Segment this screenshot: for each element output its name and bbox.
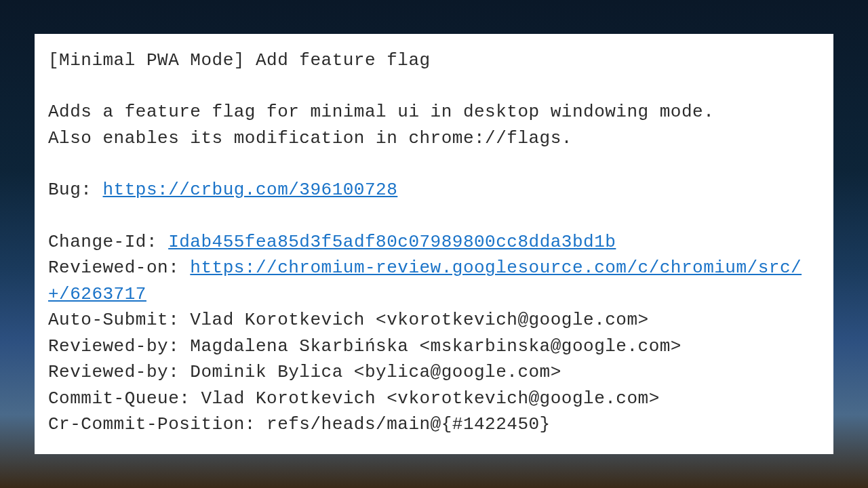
change-id-label: Change-Id: xyxy=(48,232,168,252)
change-id-line: Change-Id: Idab455fea85d3f5adf80c0798980… xyxy=(48,229,820,255)
change-id-link[interactable]: Idab455fea85d3f5adf80c07989800cc8dda3bd1… xyxy=(168,232,616,252)
bug-link[interactable]: https://crbug.com/396100728 xyxy=(103,180,398,200)
commit-metadata: Change-Id: Idab455fea85d3f5adf80c0798980… xyxy=(48,229,820,438)
auto-submit-line: Auto-Submit: Vlad Korotkevich <vkorotkev… xyxy=(48,307,820,333)
reviewed-by-line-1: Reviewed-by: Magdalena Skarbińska <mskar… xyxy=(48,333,820,359)
description-line-2: Also enables its modification in chrome:… xyxy=(48,125,820,151)
reviewed-on-line: Reviewed-on: https://chromium-review.goo… xyxy=(48,255,820,307)
bug-line: Bug: https://crbug.com/396100728 xyxy=(48,177,820,203)
commit-queue-line: Commit-Queue: Vlad Korotkevich <vkorotke… xyxy=(48,386,820,411)
commit-message-panel: [Minimal PWA Mode] Add feature flag Adds… xyxy=(35,34,833,454)
commit-title: [Minimal PWA Mode] Add feature flag xyxy=(48,47,820,73)
cr-commit-position-line: Cr-Commit-Position: refs/heads/main@{#14… xyxy=(48,411,820,437)
reviewed-by-line-2: Reviewed-by: Dominik Bylica <bylica@goog… xyxy=(48,359,820,385)
commit-description: Adds a feature flag for minimal ui in de… xyxy=(48,99,820,151)
reviewed-on-label: Reviewed-on: xyxy=(48,258,190,278)
bug-label: Bug: xyxy=(48,180,103,200)
description-line-1: Adds a feature flag for minimal ui in de… xyxy=(48,99,820,125)
